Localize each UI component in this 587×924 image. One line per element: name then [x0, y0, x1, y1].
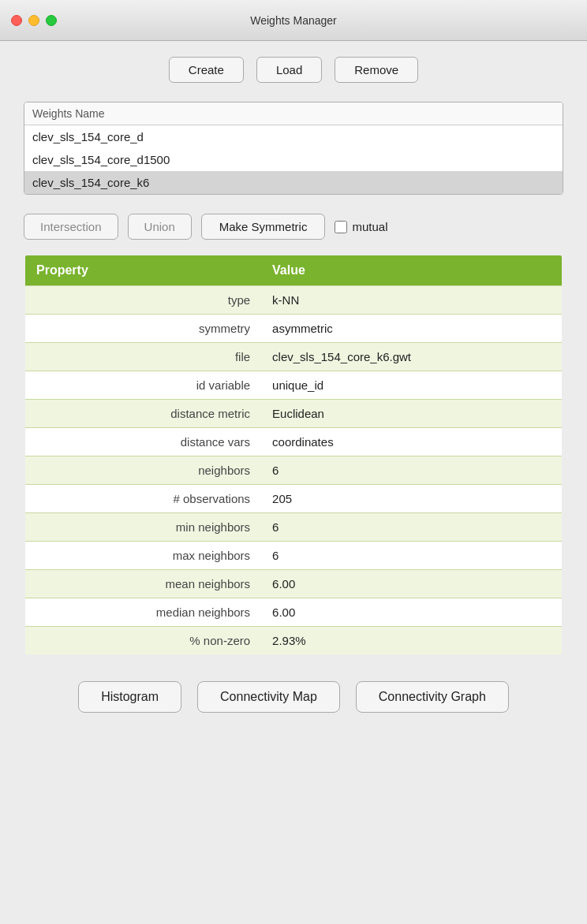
table-row: neighbors6 [24, 456, 563, 485]
prop-value: k-NN [261, 286, 563, 315]
prop-name: type [24, 286, 261, 315]
prop-name: distance vars [24, 428, 261, 456]
prop-value: 2.93% [261, 627, 563, 656]
weights-list-header: Weights Name [24, 102, 563, 125]
table-row: symmetryasymmetric [24, 315, 563, 343]
window-controls[interactable] [11, 15, 57, 26]
prop-name: symmetry [24, 315, 261, 343]
intersection-button[interactable]: Intersection [24, 214, 118, 240]
prop-name: # observations [24, 485, 261, 513]
make-symmetric-button[interactable]: Make Symmetric [201, 214, 326, 240]
prop-name: neighbors [24, 456, 261, 485]
connectivity-map-button[interactable]: Connectivity Map [197, 681, 340, 713]
mutual-label: mutual [335, 220, 387, 233]
close-button[interactable] [11, 15, 22, 26]
symmetry-toolbar: Intersection Union Make Symmetric mutual [24, 214, 563, 240]
prop-value: 6 [261, 542, 563, 570]
union-button[interactable]: Union [128, 214, 192, 240]
weights-item-1[interactable]: clev_sls_154_core_d1500 [24, 148, 563, 171]
prop-value: unique_id [261, 371, 563, 400]
prop-name: id variable [24, 371, 261, 400]
col-property: Property [24, 255, 261, 286]
mutual-text: mutual [352, 220, 387, 233]
table-row: # observations205 [24, 485, 563, 513]
prop-value: coordinates [261, 428, 563, 456]
weights-item-0[interactable]: clev_sls_154_core_d [24, 125, 563, 148]
prop-value: clev_sls_154_core_k6.gwt [261, 343, 563, 371]
prop-name: distance metric [24, 400, 261, 428]
top-toolbar: Create Load Remove [24, 57, 563, 83]
prop-value: 6 [261, 513, 563, 542]
title-bar: Weights Manager [0, 0, 587, 41]
bottom-toolbar: Histogram Connectivity Map Connectivity … [24, 678, 563, 713]
property-table: Property Value typek-NNsymmetryasymmetri… [24, 254, 563, 656]
prop-name: % non-zero [24, 627, 261, 656]
table-row: distance metricEuclidean [24, 400, 563, 428]
prop-name: max neighbors [24, 542, 261, 570]
maximize-button[interactable] [46, 15, 57, 26]
main-content: Create Load Remove Weights Name clev_sls… [0, 41, 587, 924]
table-row: % non-zero2.93% [24, 627, 563, 656]
prop-value: 6.00 [261, 598, 563, 627]
weights-item-2[interactable]: clev_sls_154_core_k6 [24, 171, 563, 194]
prop-value: 6.00 [261, 570, 563, 598]
load-button[interactable]: Load [256, 57, 322, 83]
histogram-button[interactable]: Histogram [78, 681, 181, 713]
prop-name: min neighbors [24, 513, 261, 542]
prop-value: 6 [261, 456, 563, 485]
minimize-button[interactable] [28, 15, 39, 26]
table-row: typek-NN [24, 286, 563, 315]
weights-list: Weights Name clev_sls_154_core_d clev_sl… [24, 102, 563, 195]
create-button[interactable]: Create [169, 57, 244, 83]
prop-name: mean neighbors [24, 570, 261, 598]
table-row: min neighbors6 [24, 513, 563, 542]
prop-name: median neighbors [24, 598, 261, 627]
table-row: mean neighbors6.00 [24, 570, 563, 598]
table-row: fileclev_sls_154_core_k6.gwt [24, 343, 563, 371]
window-title: Weights Manager [250, 14, 336, 27]
prop-value: Euclidean [261, 400, 563, 428]
col-value: Value [261, 255, 563, 286]
prop-value: 205 [261, 485, 563, 513]
table-row: distance varscoordinates [24, 428, 563, 456]
prop-value: asymmetric [261, 315, 563, 343]
prop-name: file [24, 343, 261, 371]
table-row: median neighbors6.00 [24, 598, 563, 627]
remove-button[interactable]: Remove [335, 57, 418, 83]
connectivity-graph-button[interactable]: Connectivity Graph [356, 681, 509, 713]
table-row: max neighbors6 [24, 542, 563, 570]
table-row: id variableunique_id [24, 371, 563, 400]
mutual-checkbox[interactable] [335, 221, 347, 233]
